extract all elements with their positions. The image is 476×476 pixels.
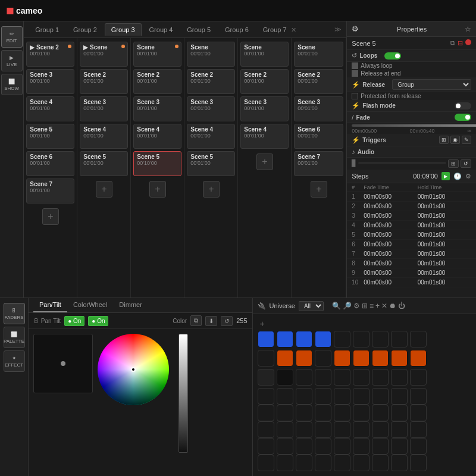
settings-icon[interactable]: ⚙ (353, 302, 360, 310)
add-scene-btn-1[interactable]: + (42, 208, 59, 225)
sidebar-btn-edit[interactable]: ✏ EDIT (1, 26, 23, 48)
scene-card[interactable]: Scene 2 00'01'00 (80, 69, 128, 94)
lp-btn[interactable] (277, 369, 293, 386)
steps-settings-icon[interactable]: ⚙ (465, 173, 471, 180)
scene-card[interactable]: Scene 5 00'01'00 (26, 124, 74, 149)
lp-btn[interactable] (410, 388, 427, 405)
loops-toggle[interactable] (384, 52, 401, 60)
add-scene-btn-3[interactable]: + (149, 181, 166, 198)
lp-btn[interactable] (391, 331, 408, 347)
lp-btn[interactable] (258, 388, 274, 405)
lp-btn[interactable] (277, 350, 293, 367)
lp-btn[interactable] (372, 331, 389, 347)
lp-btn[interactable] (315, 369, 331, 386)
flash-toggle[interactable] (455, 102, 471, 109)
small-btn-on2[interactable]: ● On (88, 316, 108, 326)
scene-card[interactable]: Scene 2 00'01'00 (187, 69, 235, 94)
tab-group7[interactable]: Group 7 ✕ (256, 23, 303, 36)
lp-btn[interactable] (391, 369, 408, 386)
scene-card[interactable]: Scene 3 00'01'00 (26, 69, 74, 94)
lp-btn[interactable] (353, 388, 369, 405)
copy-icon[interactable]: ⧉ (450, 39, 455, 47)
release-at-end-checkbox[interactable] (352, 70, 358, 77)
lp-btn[interactable] (410, 350, 427, 367)
lp-btn[interactable] (372, 405, 389, 421)
color-wheel[interactable] (98, 334, 169, 405)
lp-btn[interactable] (277, 331, 293, 347)
lp-btn[interactable] (277, 421, 293, 438)
lp-btn[interactable] (258, 405, 274, 421)
lp-btn[interactable] (353, 369, 369, 386)
record-icon[interactable]: ⏺ (389, 302, 396, 310)
protected-checkbox[interactable] (352, 93, 358, 99)
paste-btn[interactable]: ⬇ (205, 316, 217, 326)
step-row[interactable]: 1 00m00s00 00m01s00 (347, 192, 476, 202)
lp-btn[interactable] (315, 405, 331, 421)
trigger-btn-3[interactable]: ✎ (462, 136, 471, 144)
lp-btn[interactable] (315, 438, 331, 455)
scene-card[interactable]: Scene 7 00'01'00 (26, 178, 74, 203)
step-row[interactable]: 9 00m00s00 00m01s00 (347, 268, 476, 278)
tab-group5[interactable]: Group 5 (180, 23, 217, 36)
scene-card[interactable]: Scene 00'01'00 (133, 42, 181, 67)
lp-btn[interactable] (353, 421, 369, 438)
lp-btn[interactable] (334, 331, 350, 347)
scene-card[interactable]: Scene 2 00'01'00 (133, 69, 181, 94)
sidebar-btn-show[interactable]: ⬜ SHOW (1, 74, 23, 95)
scene-card[interactable]: Scene 5 00'01'00 (187, 151, 235, 176)
lp-btn[interactable] (410, 455, 427, 471)
lp-btn[interactable] (410, 369, 427, 386)
lp-btn[interactable] (334, 388, 350, 405)
scene-card[interactable]: Scene 00'01'00 (240, 42, 289, 67)
delete-icon[interactable]: ✕ (381, 302, 387, 310)
lp-btn[interactable] (353, 331, 369, 347)
lp-btn[interactable] (334, 369, 350, 386)
lp-btn[interactable] (410, 405, 427, 421)
palette-btn[interactable]: ⬜ PALETTE (4, 327, 25, 348)
scene-card[interactable]: Scene 3 00'01'00 (187, 96, 235, 121)
lp-btn[interactable] (258, 438, 274, 455)
delete-icon[interactable]: ⊟ (458, 39, 463, 47)
lp-btn[interactable] (296, 421, 312, 438)
lp-btn[interactable] (277, 455, 293, 471)
lp-btn[interactable] (372, 350, 389, 367)
tab-group6[interactable]: Group 6 (218, 23, 255, 36)
lp-btn[interactable] (391, 438, 408, 455)
lp-btn[interactable] (372, 455, 389, 471)
lp-btn[interactable] (277, 388, 293, 405)
tab-group1[interactable]: Group 1 (29, 23, 65, 36)
scene-card[interactable]: Scene 7 00'01'00 (294, 151, 343, 176)
scene-card[interactable]: Scene 00'01'00 (294, 42, 343, 67)
dimmer-bar[interactable] (178, 334, 188, 453)
scene-card[interactable]: ▶ Scene 2 00'01'00 (26, 42, 74, 67)
scene-card[interactable]: Scene 3 00'01'00 (294, 96, 343, 121)
scene-card[interactable]: Scene 2 00'01'00 (240, 69, 289, 94)
lp-btn[interactable] (353, 350, 369, 367)
tab-colorwheel[interactable]: ColorWheel (67, 298, 113, 312)
list-icon[interactable]: ≡ (369, 302, 374, 310)
lp-btn[interactable] (391, 350, 408, 367)
scene-card[interactable]: Scene 4 00'01'00 (133, 124, 181, 149)
lp-btn[interactable] (296, 350, 312, 367)
lp-btn[interactable] (334, 421, 350, 438)
add-icon[interactable]: + (375, 302, 380, 310)
lp-btn[interactable] (315, 455, 331, 471)
lp-btn[interactable] (372, 388, 389, 405)
scene-card[interactable]: Scene 6 00'01'00 (26, 151, 74, 176)
scene-card[interactable]: Scene 4 00'01'00 (26, 96, 74, 121)
lp-btn[interactable] (258, 350, 274, 367)
tab-group4[interactable]: Group 4 (143, 23, 180, 36)
lp-btn[interactable] (296, 405, 312, 421)
step-row[interactable]: 8 00m00s00 00m01s00 (347, 259, 476, 268)
lp-btn[interactable] (391, 405, 408, 421)
lp-btn[interactable] (315, 350, 331, 367)
lp-btn[interactable] (315, 421, 331, 438)
lp-btn[interactable] (258, 369, 274, 386)
add-scene-btn-4[interactable]: + (203, 181, 220, 198)
lp-btn[interactable] (277, 438, 293, 455)
tab-group3[interactable]: Group 3 (105, 23, 142, 36)
lp-btn[interactable] (372, 369, 389, 386)
scene-card[interactable]: Scene 00'01'00 (187, 42, 235, 67)
trigger-btn-1[interactable]: ⊞ (439, 136, 449, 144)
tab-dimmer[interactable]: Dimmer (113, 298, 148, 312)
